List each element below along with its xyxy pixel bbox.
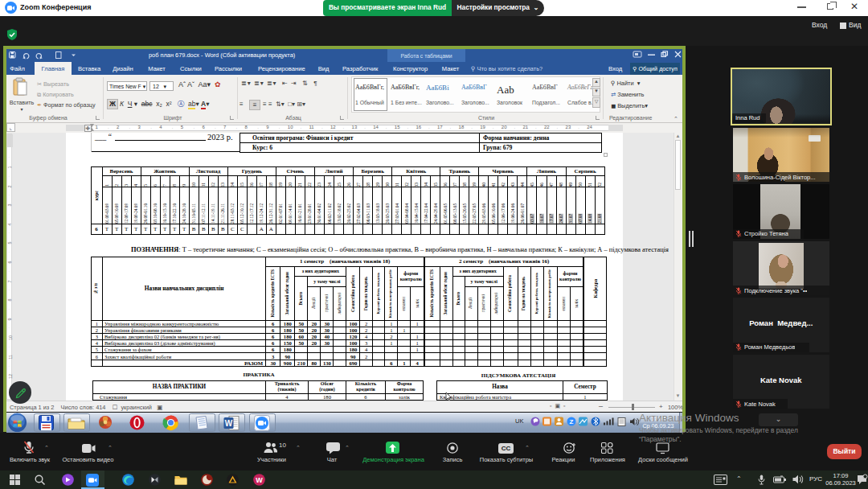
svg-text:W: W	[256, 476, 263, 484]
svg-text:Z: Z	[570, 418, 574, 425]
svg-text:W: W	[225, 418, 233, 427]
